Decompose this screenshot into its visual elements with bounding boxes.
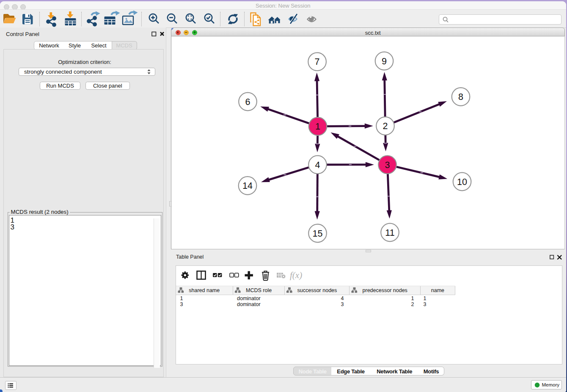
svg-text:11: 11 — [385, 228, 394, 238]
svg-text:9: 9 — [382, 56, 387, 66]
svg-text:14: 14 — [242, 181, 253, 191]
svg-text:10: 10 — [457, 177, 467, 187]
svg-text:8: 8 — [458, 92, 463, 102]
svg-text:3: 3 — [385, 160, 390, 170]
svg-text:6: 6 — [245, 97, 250, 107]
svg-text:1: 1 — [315, 121, 320, 132]
svg-text:f(x): f(x) — [290, 270, 302, 280]
svg-text:7: 7 — [315, 57, 320, 67]
svg-text:2: 2 — [383, 121, 388, 131]
svg-text:4: 4 — [315, 160, 320, 170]
svg-text:15: 15 — [313, 229, 323, 239]
